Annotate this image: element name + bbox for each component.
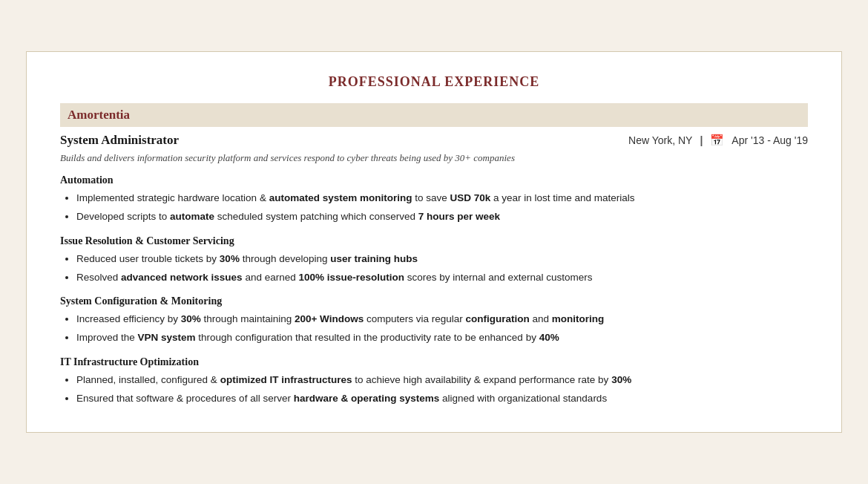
calendar-icon: 📅 [710,134,724,147]
subsections-container: AutomationImplemented strategic hardware… [60,174,808,406]
company-name: Amortentia [68,108,130,122]
location-date: New York, NY | 📅 Apr '13 - Aug '19 [628,134,808,147]
list-item: Resolved advanced network issues and ear… [76,270,808,285]
list-item: Increased efficiency by 30% through main… [76,312,808,327]
subsection-title-1: Issue Resolution & Customer Servicing [60,235,808,247]
list-item: Reduced user trouble tickets by 30% thro… [76,252,808,266]
list-item: Developed scripts to automate scheduled … [76,209,808,224]
job-title: System Administrator [60,133,179,148]
section-title: PROFESSIONAL EXPERIENCE [60,74,808,90]
separator: | [700,134,703,146]
subsection-title-2: System Configuration & Monitoring [60,295,808,307]
list-item: Planned, installed, configured & optimiz… [76,373,808,387]
resume-container: PROFESSIONAL EXPERIENCE Amortentia Syste… [26,51,842,433]
location: New York, NY [628,134,692,146]
company-bar: Amortentia [60,103,808,127]
bullet-list-0: Implemented strategic hardware location … [60,191,808,225]
subsection-title-0: Automation [60,174,808,186]
job-header: System Administrator New York, NY | 📅 Ap… [60,133,808,148]
list-item: Ensured that software & procedures of al… [76,391,808,406]
date-range: Apr '13 - Aug '19 [731,134,808,146]
bullet-list-1: Reduced user trouble tickets by 30% thro… [60,252,808,286]
bullet-list-3: Planned, installed, configured & optimiz… [60,373,808,407]
subsection-title-3: IT Infrastructure Optimization [60,356,808,368]
job-description: Builds and delivers information security… [60,152,808,164]
list-item: Improved the VPN system through configur… [76,330,808,345]
list-item: Implemented strategic hardware location … [76,191,808,206]
bullet-list-2: Increased efficiency by 30% through main… [60,312,808,346]
